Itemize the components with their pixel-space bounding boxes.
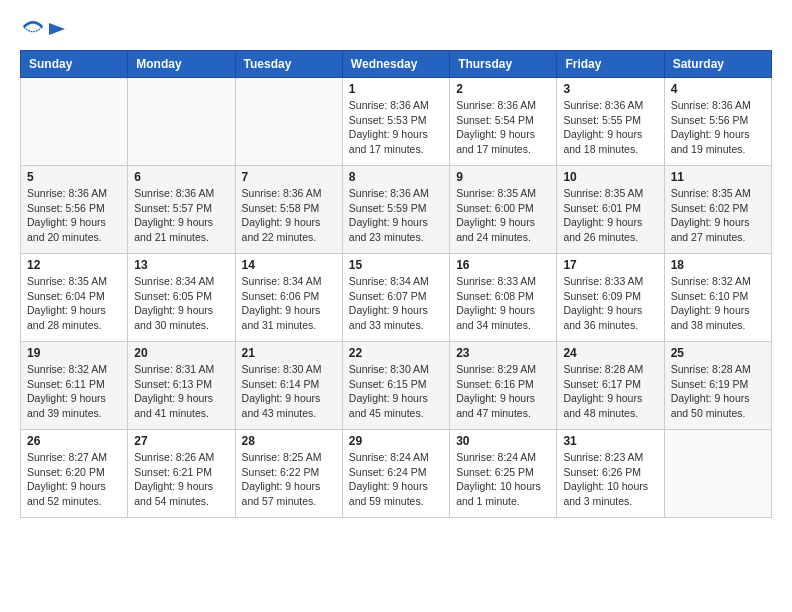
calendar-day-cell: 28Sunrise: 8:25 AM Sunset: 6:22 PM Dayli…: [235, 430, 342, 518]
day-number: 15: [349, 258, 443, 272]
day-info: Sunrise: 8:30 AM Sunset: 6:15 PM Dayligh…: [349, 362, 443, 421]
day-number: 25: [671, 346, 765, 360]
day-info: Sunrise: 8:35 AM Sunset: 6:02 PM Dayligh…: [671, 186, 765, 245]
logo: [20, 16, 67, 42]
day-info: Sunrise: 8:36 AM Sunset: 5:58 PM Dayligh…: [242, 186, 336, 245]
calendar-day-cell: 14Sunrise: 8:34 AM Sunset: 6:06 PM Dayli…: [235, 254, 342, 342]
calendar-empty-cell: [21, 78, 128, 166]
weekday-header-friday: Friday: [557, 51, 664, 78]
day-info: Sunrise: 8:33 AM Sunset: 6:09 PM Dayligh…: [563, 274, 657, 333]
calendar-day-cell: 7Sunrise: 8:36 AM Sunset: 5:58 PM Daylig…: [235, 166, 342, 254]
weekday-header-wednesday: Wednesday: [342, 51, 449, 78]
day-info: Sunrise: 8:36 AM Sunset: 5:54 PM Dayligh…: [456, 98, 550, 157]
calendar-day-cell: 31Sunrise: 8:23 AM Sunset: 6:26 PM Dayli…: [557, 430, 664, 518]
day-number: 3: [563, 82, 657, 96]
day-info: Sunrise: 8:29 AM Sunset: 6:16 PM Dayligh…: [456, 362, 550, 421]
day-info: Sunrise: 8:36 AM Sunset: 5:57 PM Dayligh…: [134, 186, 228, 245]
calendar-day-cell: 29Sunrise: 8:24 AM Sunset: 6:24 PM Dayli…: [342, 430, 449, 518]
calendar-empty-cell: [128, 78, 235, 166]
calendar-day-cell: 15Sunrise: 8:34 AM Sunset: 6:07 PM Dayli…: [342, 254, 449, 342]
calendar-day-cell: 27Sunrise: 8:26 AM Sunset: 6:21 PM Dayli…: [128, 430, 235, 518]
day-number: 30: [456, 434, 550, 448]
day-number: 6: [134, 170, 228, 184]
day-info: Sunrise: 8:23 AM Sunset: 6:26 PM Dayligh…: [563, 450, 657, 509]
day-info: Sunrise: 8:34 AM Sunset: 6:06 PM Dayligh…: [242, 274, 336, 333]
calendar-day-cell: 22Sunrise: 8:30 AM Sunset: 6:15 PM Dayli…: [342, 342, 449, 430]
day-number: 14: [242, 258, 336, 272]
day-info: Sunrise: 8:32 AM Sunset: 6:11 PM Dayligh…: [27, 362, 121, 421]
calendar-day-cell: 17Sunrise: 8:33 AM Sunset: 6:09 PM Dayli…: [557, 254, 664, 342]
calendar-empty-cell: [664, 430, 771, 518]
day-info: Sunrise: 8:31 AM Sunset: 6:13 PM Dayligh…: [134, 362, 228, 421]
calendar-day-cell: 16Sunrise: 8:33 AM Sunset: 6:08 PM Dayli…: [450, 254, 557, 342]
logo-icon: [22, 16, 44, 38]
calendar-day-cell: 8Sunrise: 8:36 AM Sunset: 5:59 PM Daylig…: [342, 166, 449, 254]
calendar-day-cell: 2Sunrise: 8:36 AM Sunset: 5:54 PM Daylig…: [450, 78, 557, 166]
day-info: Sunrise: 8:36 AM Sunset: 5:53 PM Dayligh…: [349, 98, 443, 157]
day-info: Sunrise: 8:28 AM Sunset: 6:17 PM Dayligh…: [563, 362, 657, 421]
calendar-day-cell: 30Sunrise: 8:24 AM Sunset: 6:25 PM Dayli…: [450, 430, 557, 518]
day-number: 10: [563, 170, 657, 184]
calendar-day-cell: 5Sunrise: 8:36 AM Sunset: 5:56 PM Daylig…: [21, 166, 128, 254]
day-number: 7: [242, 170, 336, 184]
weekday-header-tuesday: Tuesday: [235, 51, 342, 78]
calendar-day-cell: 9Sunrise: 8:35 AM Sunset: 6:00 PM Daylig…: [450, 166, 557, 254]
day-number: 11: [671, 170, 765, 184]
day-number: 28: [242, 434, 336, 448]
day-info: Sunrise: 8:30 AM Sunset: 6:14 PM Dayligh…: [242, 362, 336, 421]
calendar-day-cell: 21Sunrise: 8:30 AM Sunset: 6:14 PM Dayli…: [235, 342, 342, 430]
day-number: 19: [27, 346, 121, 360]
day-number: 21: [242, 346, 336, 360]
logo-flag-icon: [47, 21, 67, 41]
day-info: Sunrise: 8:24 AM Sunset: 6:24 PM Dayligh…: [349, 450, 443, 509]
calendar-empty-cell: [235, 78, 342, 166]
day-info: Sunrise: 8:36 AM Sunset: 5:55 PM Dayligh…: [563, 98, 657, 157]
day-number: 9: [456, 170, 550, 184]
calendar-day-cell: 19Sunrise: 8:32 AM Sunset: 6:11 PM Dayli…: [21, 342, 128, 430]
calendar-day-cell: 23Sunrise: 8:29 AM Sunset: 6:16 PM Dayli…: [450, 342, 557, 430]
day-info: Sunrise: 8:25 AM Sunset: 6:22 PM Dayligh…: [242, 450, 336, 509]
day-info: Sunrise: 8:36 AM Sunset: 5:56 PM Dayligh…: [671, 98, 765, 157]
day-info: Sunrise: 8:33 AM Sunset: 6:08 PM Dayligh…: [456, 274, 550, 333]
day-info: Sunrise: 8:35 AM Sunset: 6:01 PM Dayligh…: [563, 186, 657, 245]
calendar-day-cell: 13Sunrise: 8:34 AM Sunset: 6:05 PM Dayli…: [128, 254, 235, 342]
calendar-week-row: 12Sunrise: 8:35 AM Sunset: 6:04 PM Dayli…: [21, 254, 772, 342]
day-number: 31: [563, 434, 657, 448]
calendar-week-row: 19Sunrise: 8:32 AM Sunset: 6:11 PM Dayli…: [21, 342, 772, 430]
day-info: Sunrise: 8:26 AM Sunset: 6:21 PM Dayligh…: [134, 450, 228, 509]
calendar-day-cell: 20Sunrise: 8:31 AM Sunset: 6:13 PM Dayli…: [128, 342, 235, 430]
day-number: 23: [456, 346, 550, 360]
calendar-week-row: 26Sunrise: 8:27 AM Sunset: 6:20 PM Dayli…: [21, 430, 772, 518]
day-number: 13: [134, 258, 228, 272]
day-number: 4: [671, 82, 765, 96]
day-number: 5: [27, 170, 121, 184]
calendar-week-row: 5Sunrise: 8:36 AM Sunset: 5:56 PM Daylig…: [21, 166, 772, 254]
day-number: 12: [27, 258, 121, 272]
calendar-day-cell: 24Sunrise: 8:28 AM Sunset: 6:17 PM Dayli…: [557, 342, 664, 430]
day-number: 16: [456, 258, 550, 272]
day-number: 17: [563, 258, 657, 272]
day-number: 29: [349, 434, 443, 448]
calendar-header-row: SundayMondayTuesdayWednesdayThursdayFrid…: [21, 51, 772, 78]
day-number: 27: [134, 434, 228, 448]
day-number: 8: [349, 170, 443, 184]
day-info: Sunrise: 8:36 AM Sunset: 5:56 PM Dayligh…: [27, 186, 121, 245]
calendar-day-cell: 6Sunrise: 8:36 AM Sunset: 5:57 PM Daylig…: [128, 166, 235, 254]
day-info: Sunrise: 8:24 AM Sunset: 6:25 PM Dayligh…: [456, 450, 550, 509]
calendar-table: SundayMondayTuesdayWednesdayThursdayFrid…: [20, 50, 772, 518]
day-info: Sunrise: 8:35 AM Sunset: 6:00 PM Dayligh…: [456, 186, 550, 245]
calendar-day-cell: 18Sunrise: 8:32 AM Sunset: 6:10 PM Dayli…: [664, 254, 771, 342]
day-info: Sunrise: 8:35 AM Sunset: 6:04 PM Dayligh…: [27, 274, 121, 333]
calendar-day-cell: 25Sunrise: 8:28 AM Sunset: 6:19 PM Dayli…: [664, 342, 771, 430]
day-number: 24: [563, 346, 657, 360]
svg-marker-0: [49, 23, 65, 35]
weekday-header-thursday: Thursday: [450, 51, 557, 78]
day-info: Sunrise: 8:27 AM Sunset: 6:20 PM Dayligh…: [27, 450, 121, 509]
calendar-day-cell: 1Sunrise: 8:36 AM Sunset: 5:53 PM Daylig…: [342, 78, 449, 166]
calendar-day-cell: 10Sunrise: 8:35 AM Sunset: 6:01 PM Dayli…: [557, 166, 664, 254]
day-info: Sunrise: 8:32 AM Sunset: 6:10 PM Dayligh…: [671, 274, 765, 333]
calendar-day-cell: 11Sunrise: 8:35 AM Sunset: 6:02 PM Dayli…: [664, 166, 771, 254]
day-number: 20: [134, 346, 228, 360]
calendar-week-row: 1Sunrise: 8:36 AM Sunset: 5:53 PM Daylig…: [21, 78, 772, 166]
day-info: Sunrise: 8:34 AM Sunset: 6:07 PM Dayligh…: [349, 274, 443, 333]
